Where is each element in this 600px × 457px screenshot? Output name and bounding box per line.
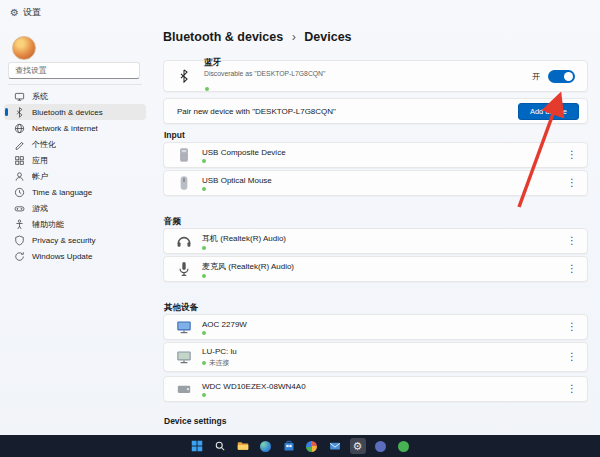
device-row-disk[interactable]: WDC WD10EZEX-08WN4A0 ⋮	[163, 376, 588, 402]
sidebar-item-label: Privacy & security	[32, 236, 96, 245]
status-dot	[202, 159, 206, 163]
device-status: 未连接	[202, 358, 237, 368]
device-name: AOC 2279W	[202, 320, 247, 329]
titlebar: ⚙ 设置	[0, 0, 600, 24]
clock-icon	[14, 187, 25, 198]
more-options-button[interactable]: ⋮	[567, 150, 577, 160]
update-refresh-icon	[14, 251, 25, 262]
network-globe-icon	[14, 123, 25, 134]
more-options-button[interactable]: ⋮	[567, 264, 577, 274]
accounts-person-icon	[14, 171, 25, 182]
sidebar-item-label: Windows Update	[32, 252, 92, 261]
main-content: Bluetooth & devices › Devices 蓝牙 Discove…	[163, 24, 588, 435]
more-options-button[interactable]: ⋮	[567, 236, 577, 246]
pc-icon	[175, 349, 193, 365]
sidebar-item-label: 游戏	[32, 203, 48, 214]
bluetooth-text: 蓝牙 Discoverable as "DESKTOP-L7G8CQN"	[204, 57, 325, 95]
photos-icon[interactable]	[304, 438, 320, 454]
mail-icon[interactable]	[327, 438, 343, 454]
pair-device-label: Pair new device with "DESKTOP-L7G8CQN"	[177, 107, 336, 116]
mouse-icon	[175, 175, 193, 191]
sidebar-item-label: 帐户	[32, 171, 48, 182]
device-row-usb-mouse[interactable]: USB Optical Mouse ⋮	[163, 170, 588, 196]
sidebar: 系统 Bluetooth & devices Network & interne…	[0, 24, 152, 435]
app-title-label: 设置	[23, 6, 41, 19]
more-options-button[interactable]: ⋮	[567, 178, 577, 188]
taskbar-settings-icon[interactable]: ⚙	[350, 438, 366, 454]
device-name: USB Composite Device	[202, 148, 286, 157]
device-row-pc[interactable]: LU-PC: lu 未连接 ⋮	[163, 342, 588, 372]
sidebar-item-system[interactable]: 系统	[4, 88, 146, 104]
apps-grid-icon	[14, 155, 25, 166]
bluetooth-icon	[177, 69, 191, 83]
monitor-icon	[175, 319, 193, 335]
status-dot	[205, 87, 209, 91]
sidebar-item-bluetooth-devices[interactable]: Bluetooth & devices	[4, 104, 146, 120]
headphones-icon	[175, 233, 193, 249]
sidebar-item-label: 系统	[32, 91, 48, 102]
breadcrumb: Bluetooth & devices › Devices	[163, 30, 352, 44]
pair-device-card: Pair new device with "DESKTOP-L7G8CQN" A…	[163, 98, 588, 124]
bluetooth-toggle[interactable]	[548, 70, 575, 83]
teams-icon[interactable]	[373, 438, 389, 454]
search-input[interactable]	[8, 62, 140, 79]
status-dot	[202, 274, 206, 278]
sidebar-item-personalization[interactable]: 个性化	[4, 136, 146, 152]
toggle-knob	[564, 72, 573, 81]
bluetooth-card: 蓝牙 Discoverable as "DESKTOP-L7G8CQN" 开	[163, 60, 588, 92]
device-name: 耳机 (Realtek(R) Audio)	[202, 233, 286, 244]
sidebar-item-label: Time & language	[32, 188, 92, 197]
device-row-microphone[interactable]: 麦克风 (Realtek(R) Audio) ⋮	[163, 256, 588, 282]
device-name: LU-PC: lu	[202, 347, 237, 356]
status-dot	[202, 331, 206, 335]
bluetooth-icon	[14, 107, 25, 118]
status-dot	[202, 187, 206, 191]
sidebar-item-label: 个性化	[32, 139, 56, 150]
sidebar-item-gaming[interactable]: 游戏	[4, 200, 146, 216]
app-title: ⚙ 设置	[10, 6, 41, 19]
device-row-monitor[interactable]: AOC 2279W ⋮	[163, 314, 588, 340]
user-avatar[interactable]	[12, 36, 36, 60]
device-row-headphones[interactable]: 耳机 (Realtek(R) Audio) ⋮	[163, 228, 588, 254]
settings-gear-icon: ⚙	[10, 7, 19, 18]
section-title-other-devices: 其他设备	[164, 302, 198, 314]
usb-device-icon	[175, 147, 193, 163]
sidebar-item-label: Network & internet	[32, 124, 98, 133]
device-row-usb-composite[interactable]: USB Composite Device ⋮	[163, 142, 588, 168]
more-options-button[interactable]: ⋮	[567, 384, 577, 394]
sidebar-item-accessibility[interactable]: 辅助功能	[4, 216, 146, 232]
sidebar-item-apps[interactable]: 应用	[4, 152, 146, 168]
bluetooth-title: 蓝牙	[204, 57, 325, 69]
file-explorer-icon[interactable]	[235, 438, 251, 454]
status-dot	[202, 393, 206, 397]
sidebar-item-privacy-security[interactable]: Privacy & security	[4, 232, 146, 248]
start-button[interactable]	[189, 438, 205, 454]
shield-icon	[14, 235, 25, 246]
section-title-device-settings: Device settings	[164, 416, 226, 426]
hard-drive-icon	[175, 381, 193, 397]
section-title-input: Input	[164, 130, 185, 140]
bluetooth-subtitle: Discoverable as "DESKTOP-L7G8CQN"	[204, 70, 325, 77]
microsoft-store-icon[interactable]	[281, 438, 297, 454]
sidebar-item-label: 应用	[32, 155, 48, 166]
personalization-brush-icon	[14, 139, 25, 150]
sidebar-item-label: 辅助功能	[32, 219, 64, 230]
add-device-button[interactable]: Add device	[518, 103, 579, 120]
device-name: WDC WD10EZEX-08WN4A0	[202, 382, 306, 391]
breadcrumb-parent[interactable]: Bluetooth & devices	[163, 30, 283, 44]
status-dot	[202, 361, 206, 365]
more-options-button[interactable]: ⋮	[567, 352, 577, 362]
toggle-state-label: 开	[532, 71, 540, 82]
chat-icon[interactable]	[396, 438, 412, 454]
microphone-icon	[175, 261, 193, 277]
sidebar-item-windows-update[interactable]: Windows Update	[4, 248, 146, 264]
device-status-label: 未连接	[209, 358, 229, 368]
edge-browser-icon[interactable]	[258, 438, 274, 454]
taskbar-search-icon[interactable]	[212, 438, 228, 454]
sidebar-divider	[8, 84, 142, 85]
more-options-button[interactable]: ⋮	[567, 322, 577, 332]
sidebar-nav: 系统 Bluetooth & devices Network & interne…	[4, 88, 146, 264]
sidebar-item-accounts[interactable]: 帐户	[4, 168, 146, 184]
sidebar-item-time-language[interactable]: Time & language	[4, 184, 146, 200]
sidebar-item-network[interactable]: Network & internet	[4, 120, 146, 136]
